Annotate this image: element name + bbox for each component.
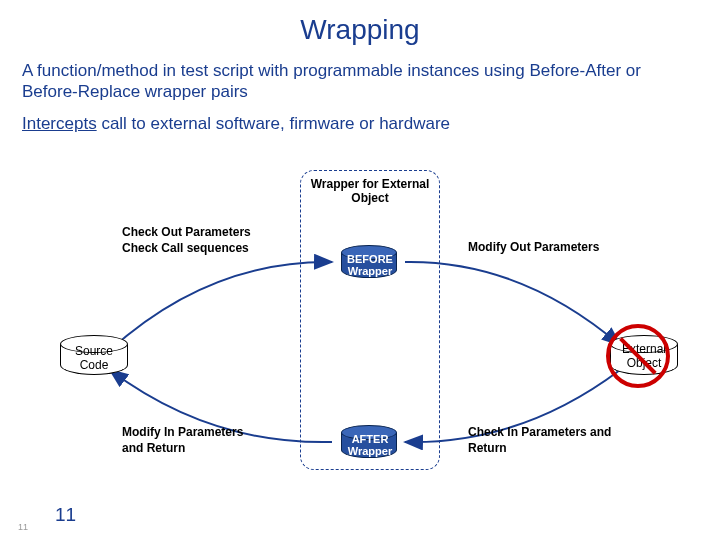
forbidden-icon [606, 324, 670, 388]
description-2-rest: call to external software, firmware or h… [97, 114, 450, 133]
source-code-label: Source Code [59, 345, 129, 373]
annotation-top-right: Modify Out Parameters [468, 240, 648, 256]
page-number-small: 11 [18, 522, 28, 532]
before-wrapper-label: BEFORE Wrapper [330, 253, 410, 277]
annotation-bottom-right: Check In Parameters and Return [468, 425, 638, 456]
wrapper-box-label: Wrapper for External Object [301, 177, 439, 206]
description-1: A function/method in test script with pr… [22, 60, 698, 103]
after-wrapper-label: AFTER Wrapper [330, 433, 410, 457]
intercepts-word: Intercepts [22, 114, 97, 133]
diagram-stage: Wrapper for External Object BEFORE Wrapp… [0, 170, 720, 500]
annotation-bottom-left: Modify In Parameters and Return [122, 425, 302, 456]
page-number: 11 [55, 504, 76, 526]
page-title: Wrapping [0, 14, 720, 46]
description-2: Intercepts call to external software, fi… [22, 113, 698, 134]
annotation-top-left: Check Out Parameters Check Call sequence… [122, 225, 302, 256]
